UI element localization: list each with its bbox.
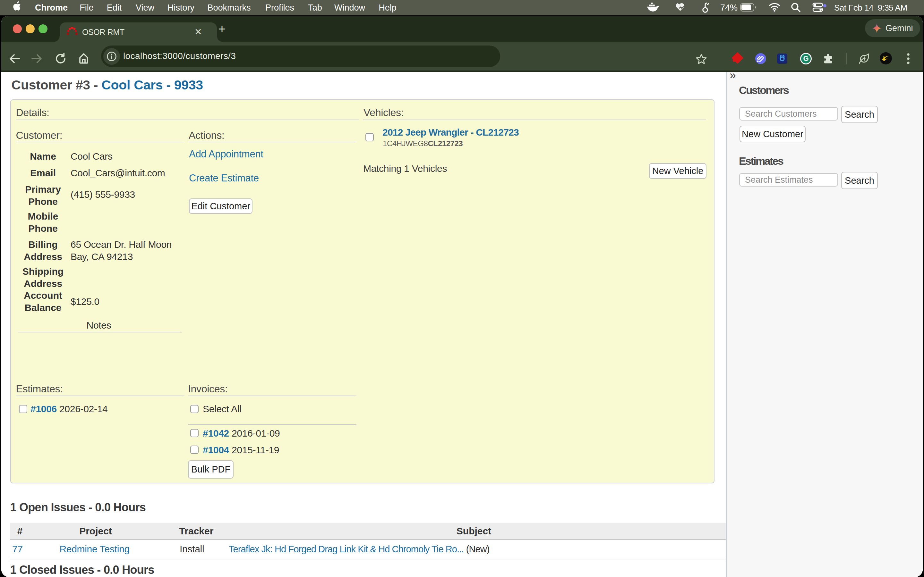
svg-text:Bf: Bf xyxy=(883,56,885,59)
